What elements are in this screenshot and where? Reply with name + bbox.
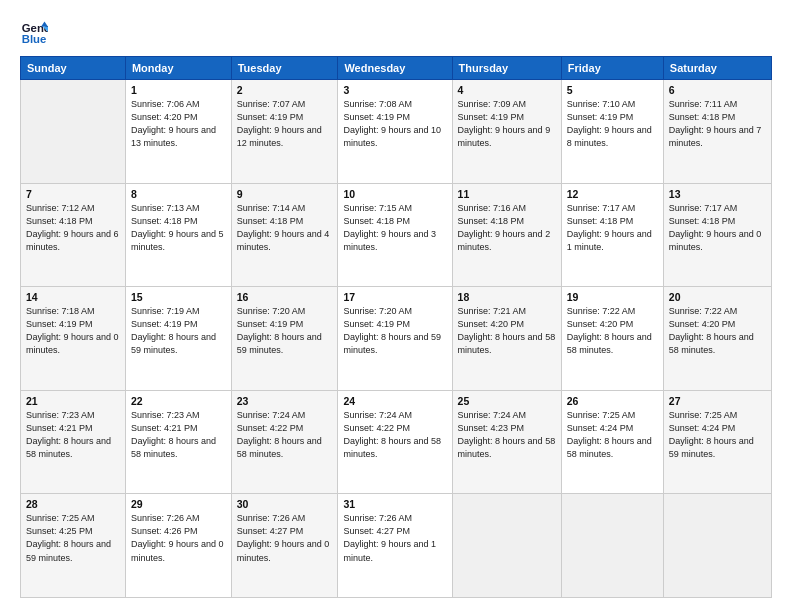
cell-day-number: 8 xyxy=(131,188,226,200)
cell-day-number: 14 xyxy=(26,291,120,303)
cell-info: Sunrise: 7:21 AMSunset: 4:20 PMDaylight:… xyxy=(458,305,556,357)
calendar-cell: 28Sunrise: 7:25 AMSunset: 4:25 PMDayligh… xyxy=(21,494,126,598)
cell-info: Sunrise: 7:11 AMSunset: 4:18 PMDaylight:… xyxy=(669,98,766,150)
cell-info: Sunrise: 7:15 AMSunset: 4:18 PMDaylight:… xyxy=(343,202,446,254)
cell-info: Sunrise: 7:08 AMSunset: 4:19 PMDaylight:… xyxy=(343,98,446,150)
calendar-cell: 2Sunrise: 7:07 AMSunset: 4:19 PMDaylight… xyxy=(231,80,338,184)
cell-info: Sunrise: 7:22 AMSunset: 4:20 PMDaylight:… xyxy=(567,305,658,357)
cell-info: Sunrise: 7:26 AMSunset: 4:26 PMDaylight:… xyxy=(131,512,226,564)
calendar-cell: 5Sunrise: 7:10 AMSunset: 4:19 PMDaylight… xyxy=(561,80,663,184)
cell-day-number: 9 xyxy=(237,188,333,200)
cell-day-number: 13 xyxy=(669,188,766,200)
weekday-header-sunday: Sunday xyxy=(21,57,126,80)
cell-day-number: 20 xyxy=(669,291,766,303)
cell-day-number: 6 xyxy=(669,84,766,96)
cell-day-number: 29 xyxy=(131,498,226,510)
cell-info: Sunrise: 7:17 AMSunset: 4:18 PMDaylight:… xyxy=(669,202,766,254)
calendar-week-5: 28Sunrise: 7:25 AMSunset: 4:25 PMDayligh… xyxy=(21,494,772,598)
calendar-cell: 26Sunrise: 7:25 AMSunset: 4:24 PMDayligh… xyxy=(561,390,663,494)
weekday-header-monday: Monday xyxy=(125,57,231,80)
calendar-cell: 14Sunrise: 7:18 AMSunset: 4:19 PMDayligh… xyxy=(21,287,126,391)
calendar-cell: 11Sunrise: 7:16 AMSunset: 4:18 PMDayligh… xyxy=(452,183,561,287)
cell-info: Sunrise: 7:25 AMSunset: 4:24 PMDaylight:… xyxy=(669,409,766,461)
calendar-cell: 25Sunrise: 7:24 AMSunset: 4:23 PMDayligh… xyxy=(452,390,561,494)
calendar-body: 1Sunrise: 7:06 AMSunset: 4:20 PMDaylight… xyxy=(21,80,772,598)
cell-day-number: 16 xyxy=(237,291,333,303)
cell-day-number: 24 xyxy=(343,395,446,407)
calendar-week-1: 1Sunrise: 7:06 AMSunset: 4:20 PMDaylight… xyxy=(21,80,772,184)
header: General Blue xyxy=(20,18,772,46)
cell-info: Sunrise: 7:25 AMSunset: 4:25 PMDaylight:… xyxy=(26,512,120,564)
cell-info: Sunrise: 7:14 AMSunset: 4:18 PMDaylight:… xyxy=(237,202,333,254)
cell-info: Sunrise: 7:24 AMSunset: 4:23 PMDaylight:… xyxy=(458,409,556,461)
calendar-cell: 4Sunrise: 7:09 AMSunset: 4:19 PMDaylight… xyxy=(452,80,561,184)
logo-icon: General Blue xyxy=(20,18,48,46)
cell-day-number: 31 xyxy=(343,498,446,510)
calendar-cell: 24Sunrise: 7:24 AMSunset: 4:22 PMDayligh… xyxy=(338,390,452,494)
cell-info: Sunrise: 7:25 AMSunset: 4:24 PMDaylight:… xyxy=(567,409,658,461)
cell-day-number: 1 xyxy=(131,84,226,96)
cell-info: Sunrise: 7:16 AMSunset: 4:18 PMDaylight:… xyxy=(458,202,556,254)
calendar-cell: 19Sunrise: 7:22 AMSunset: 4:20 PMDayligh… xyxy=(561,287,663,391)
cell-day-number: 23 xyxy=(237,395,333,407)
calendar-cell: 7Sunrise: 7:12 AMSunset: 4:18 PMDaylight… xyxy=(21,183,126,287)
cell-day-number: 30 xyxy=(237,498,333,510)
cell-info: Sunrise: 7:24 AMSunset: 4:22 PMDaylight:… xyxy=(343,409,446,461)
calendar-cell: 31Sunrise: 7:26 AMSunset: 4:27 PMDayligh… xyxy=(338,494,452,598)
cell-info: Sunrise: 7:13 AMSunset: 4:18 PMDaylight:… xyxy=(131,202,226,254)
cell-day-number: 15 xyxy=(131,291,226,303)
calendar-cell xyxy=(663,494,771,598)
cell-info: Sunrise: 7:19 AMSunset: 4:19 PMDaylight:… xyxy=(131,305,226,357)
svg-text:Blue: Blue xyxy=(22,33,47,45)
calendar-cell: 29Sunrise: 7:26 AMSunset: 4:26 PMDayligh… xyxy=(125,494,231,598)
cell-day-number: 5 xyxy=(567,84,658,96)
cell-info: Sunrise: 7:23 AMSunset: 4:21 PMDaylight:… xyxy=(26,409,120,461)
weekday-header-friday: Friday xyxy=(561,57,663,80)
calendar-cell: 16Sunrise: 7:20 AMSunset: 4:19 PMDayligh… xyxy=(231,287,338,391)
cell-info: Sunrise: 7:07 AMSunset: 4:19 PMDaylight:… xyxy=(237,98,333,150)
calendar-cell: 18Sunrise: 7:21 AMSunset: 4:20 PMDayligh… xyxy=(452,287,561,391)
cell-day-number: 21 xyxy=(26,395,120,407)
cell-info: Sunrise: 7:10 AMSunset: 4:19 PMDaylight:… xyxy=(567,98,658,150)
cell-info: Sunrise: 7:20 AMSunset: 4:19 PMDaylight:… xyxy=(343,305,446,357)
calendar-week-3: 14Sunrise: 7:18 AMSunset: 4:19 PMDayligh… xyxy=(21,287,772,391)
cell-day-number: 19 xyxy=(567,291,658,303)
calendar-header-row: SundayMondayTuesdayWednesdayThursdayFrid… xyxy=(21,57,772,80)
cell-day-number: 10 xyxy=(343,188,446,200)
cell-day-number: 28 xyxy=(26,498,120,510)
calendar-cell: 27Sunrise: 7:25 AMSunset: 4:24 PMDayligh… xyxy=(663,390,771,494)
calendar-week-4: 21Sunrise: 7:23 AMSunset: 4:21 PMDayligh… xyxy=(21,390,772,494)
cell-info: Sunrise: 7:17 AMSunset: 4:18 PMDaylight:… xyxy=(567,202,658,254)
cell-day-number: 3 xyxy=(343,84,446,96)
calendar-cell: 9Sunrise: 7:14 AMSunset: 4:18 PMDaylight… xyxy=(231,183,338,287)
calendar-table: SundayMondayTuesdayWednesdayThursdayFrid… xyxy=(20,56,772,598)
page: General Blue SundayMondayTuesdayWednesda… xyxy=(0,0,792,612)
cell-day-number: 27 xyxy=(669,395,766,407)
calendar-cell xyxy=(21,80,126,184)
calendar-cell: 21Sunrise: 7:23 AMSunset: 4:21 PMDayligh… xyxy=(21,390,126,494)
calendar-cell: 15Sunrise: 7:19 AMSunset: 4:19 PMDayligh… xyxy=(125,287,231,391)
calendar-cell xyxy=(561,494,663,598)
cell-day-number: 22 xyxy=(131,395,226,407)
cell-info: Sunrise: 7:18 AMSunset: 4:19 PMDaylight:… xyxy=(26,305,120,357)
cell-day-number: 17 xyxy=(343,291,446,303)
cell-info: Sunrise: 7:09 AMSunset: 4:19 PMDaylight:… xyxy=(458,98,556,150)
cell-info: Sunrise: 7:26 AMSunset: 4:27 PMDaylight:… xyxy=(343,512,446,564)
calendar-cell: 13Sunrise: 7:17 AMSunset: 4:18 PMDayligh… xyxy=(663,183,771,287)
calendar-cell: 8Sunrise: 7:13 AMSunset: 4:18 PMDaylight… xyxy=(125,183,231,287)
cell-day-number: 26 xyxy=(567,395,658,407)
cell-info: Sunrise: 7:06 AMSunset: 4:20 PMDaylight:… xyxy=(131,98,226,150)
calendar-cell: 23Sunrise: 7:24 AMSunset: 4:22 PMDayligh… xyxy=(231,390,338,494)
calendar-cell: 10Sunrise: 7:15 AMSunset: 4:18 PMDayligh… xyxy=(338,183,452,287)
calendar-cell: 12Sunrise: 7:17 AMSunset: 4:18 PMDayligh… xyxy=(561,183,663,287)
cell-info: Sunrise: 7:12 AMSunset: 4:18 PMDaylight:… xyxy=(26,202,120,254)
cell-day-number: 4 xyxy=(458,84,556,96)
calendar-cell: 3Sunrise: 7:08 AMSunset: 4:19 PMDaylight… xyxy=(338,80,452,184)
calendar-cell: 22Sunrise: 7:23 AMSunset: 4:21 PMDayligh… xyxy=(125,390,231,494)
weekday-header-thursday: Thursday xyxy=(452,57,561,80)
cell-info: Sunrise: 7:20 AMSunset: 4:19 PMDaylight:… xyxy=(237,305,333,357)
cell-day-number: 25 xyxy=(458,395,556,407)
cell-info: Sunrise: 7:22 AMSunset: 4:20 PMDaylight:… xyxy=(669,305,766,357)
calendar-cell: 17Sunrise: 7:20 AMSunset: 4:19 PMDayligh… xyxy=(338,287,452,391)
weekday-header-saturday: Saturday xyxy=(663,57,771,80)
